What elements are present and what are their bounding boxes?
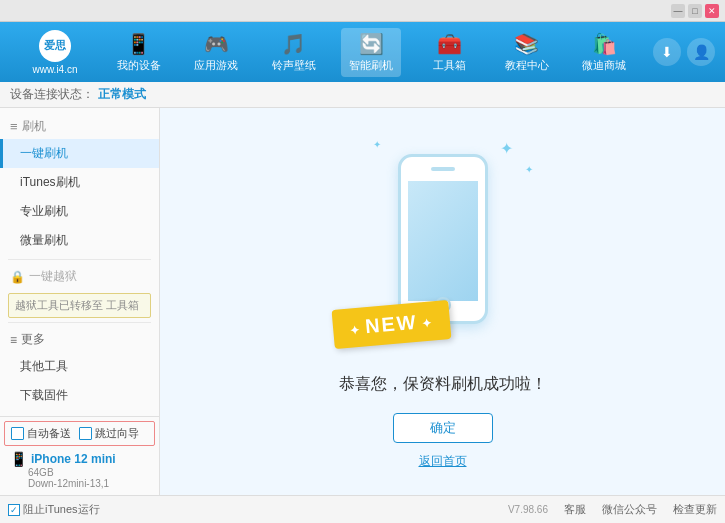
wechat-link[interactable]: 微信公众号 (602, 502, 657, 517)
sidebar-footer: 自动备送 跳过向导 📱 iPhone 12 mini 64GB Down-12m… (0, 416, 159, 495)
sidebar-item-other-tools[interactable]: 其他工具 (0, 352, 159, 381)
device-info-panel: 📱 iPhone 12 mini 64GB Down-12mini-13,1 (0, 446, 159, 495)
jailbreak-label: 一键越狱 (29, 268, 77, 285)
apps-games-label: 应用游戏 (194, 58, 238, 73)
bottom-right: V7.98.66 客服 微信公众号 检查更新 (508, 502, 717, 517)
device-name: iPhone 12 mini (31, 452, 116, 466)
more-section-icon: ≡ (10, 333, 17, 347)
nav-ringtones[interactable]: 🎵 铃声壁纸 (264, 28, 324, 77)
sidebar-divider-1 (8, 259, 151, 260)
ringtones-label: 铃声壁纸 (272, 58, 316, 73)
warning-text: 越狱工具已转移至 工具箱 (15, 299, 139, 311)
status-label: 设备连接状态： (10, 86, 94, 103)
itunes-flash-label: iTunes刷机 (20, 175, 80, 189)
logo-area: 爱思 www.i4.cn (10, 30, 100, 75)
logo-icon: 爱思 (39, 30, 71, 62)
skip-wizard-label: 跳过向导 (95, 426, 139, 441)
tutorial-icon: 📚 (514, 32, 539, 56)
my-device-label: 我的设备 (117, 58, 161, 73)
toolbox-label: 工具箱 (433, 58, 466, 73)
itunes-checkmark (8, 504, 20, 516)
bottom-left: 阻止iTunes运行 (8, 502, 508, 517)
more-section-label: 更多 (21, 331, 45, 348)
new-badge: NEW (331, 299, 451, 348)
pro-flash-label: 专业刷机 (20, 204, 68, 218)
other-tools-label: 其他工具 (20, 359, 68, 373)
weidian-label: 微迪商城 (582, 58, 626, 73)
phone-illustration: ✦ ✦ ✦ NEW (343, 134, 543, 354)
wipe-flash-label: 微量刷机 (20, 233, 68, 247)
phone-body (398, 154, 488, 324)
status-value: 正常模式 (98, 86, 146, 103)
sidebar: ≡ 刷机 一键刷机 iTunes刷机 专业刷机 微量刷机 🔒 一键越狱 (0, 108, 160, 495)
sidebar-item-wipe-flash[interactable]: 微量刷机 (0, 226, 159, 255)
main-layout: ≡ 刷机 一键刷机 iTunes刷机 专业刷机 微量刷机 🔒 一键越狱 (0, 108, 725, 495)
download-firmware-label: 下载固件 (20, 388, 68, 402)
sidebar-scroll: ≡ 刷机 一键刷机 iTunes刷机 专业刷机 微量刷机 🔒 一键越狱 (0, 108, 159, 416)
minimize-button[interactable]: — (671, 4, 685, 18)
device-version: Down-12mini-13,1 (10, 478, 149, 489)
sparkle-3: ✦ (373, 139, 381, 150)
sidebar-warning-box: 越狱工具已转移至 工具箱 (8, 293, 151, 318)
toolbox-icon: 🧰 (437, 32, 462, 56)
bottom-bar: 阻止iTunes运行 V7.98.66 客服 微信公众号 检查更新 (0, 495, 725, 523)
sidebar-section-more: ≡ 更多 (0, 327, 159, 352)
smart-flash-label: 智能刷机 (349, 58, 393, 73)
sidebar-section-flash: ≡ 刷机 (0, 114, 159, 139)
phone-screen (408, 181, 478, 301)
auto-backup-checkbox[interactable]: 自动备送 (11, 426, 71, 441)
phone-speaker (431, 167, 455, 171)
sidebar-jailbreak-section: 🔒 一键越狱 (0, 264, 159, 289)
confirm-button[interactable]: 确定 (393, 413, 493, 443)
smart-flash-icon: 🔄 (359, 32, 384, 56)
auto-backup-checkmark (11, 427, 24, 440)
nav-items: 📱 我的设备 🎮 应用游戏 🎵 铃声壁纸 🔄 智能刷机 🧰 工具箱 📚 教程中心… (100, 28, 643, 77)
nav-smart-flash[interactable]: 🔄 智能刷机 (341, 28, 401, 77)
itunes-checkbox[interactable]: 阻止iTunes运行 (8, 502, 100, 517)
top-navigation: 爱思 www.i4.cn 📱 我的设备 🎮 应用游戏 🎵 铃声壁纸 🔄 智能刷机… (0, 22, 725, 82)
version-text: V7.98.66 (508, 504, 548, 515)
tutorial-label: 教程中心 (505, 58, 549, 73)
close-button[interactable]: ✕ (705, 4, 719, 18)
flash-section-icon: ≡ (10, 119, 18, 134)
titlebar: — □ ✕ (0, 0, 725, 22)
sidebar-divider-2 (8, 322, 151, 323)
checkboxes-row: 自动备送 跳过向导 (4, 421, 155, 446)
sidebar-item-one-click-flash[interactable]: 一键刷机 (0, 139, 159, 168)
status-bar: 设备连接状态： 正常模式 (0, 82, 725, 108)
nav-weidian[interactable]: 🛍️ 微迪商城 (574, 28, 634, 77)
maximize-button[interactable]: □ (688, 4, 702, 18)
sidebar-item-download-firmware[interactable]: 下载固件 (0, 381, 159, 410)
success-message: 恭喜您，保资料刷机成功啦！ (339, 374, 547, 395)
skip-wizard-checkbox[interactable]: 跳过向导 (79, 426, 139, 441)
weidian-icon: 🛍️ (592, 32, 617, 56)
lock-icon: 🔒 (10, 270, 25, 284)
sidebar-item-pro-flash[interactable]: 专业刷机 (0, 197, 159, 226)
device-phone-icon: 📱 (10, 451, 27, 467)
nav-tutorial[interactable]: 📚 教程中心 (497, 28, 557, 77)
ringtones-icon: 🎵 (281, 32, 306, 56)
skip-wizard-checkmark (79, 427, 92, 440)
user-button[interactable]: 👤 (687, 38, 715, 66)
itunes-status-label: 阻止iTunes运行 (23, 502, 100, 517)
check-update-link[interactable]: 检查更新 (673, 502, 717, 517)
sparkle-1: ✦ (500, 139, 513, 158)
nav-right-buttons: ⬇ 👤 (653, 38, 715, 66)
one-click-flash-label: 一键刷机 (20, 146, 68, 160)
back-home-link[interactable]: 返回首页 (419, 453, 467, 470)
apps-games-icon: 🎮 (204, 32, 229, 56)
nav-my-device[interactable]: 📱 我的设备 (109, 28, 169, 77)
my-device-icon: 📱 (126, 32, 151, 56)
logo-url: www.i4.cn (32, 64, 77, 75)
nav-toolbox[interactable]: 🧰 工具箱 (419, 28, 479, 77)
auto-backup-label: 自动备送 (27, 426, 71, 441)
content-area: ✦ ✦ ✦ NEW 恭喜您，保资料刷机成功啦！ 确定 返回首页 (160, 108, 725, 495)
support-link[interactable]: 客服 (564, 502, 586, 517)
flash-section-label: 刷机 (22, 118, 46, 135)
nav-apps-games[interactable]: 🎮 应用游戏 (186, 28, 246, 77)
download-button[interactable]: ⬇ (653, 38, 681, 66)
sidebar-item-itunes-flash[interactable]: iTunes刷机 (0, 168, 159, 197)
device-storage: 64GB (10, 467, 149, 478)
sparkle-2: ✦ (525, 164, 533, 175)
